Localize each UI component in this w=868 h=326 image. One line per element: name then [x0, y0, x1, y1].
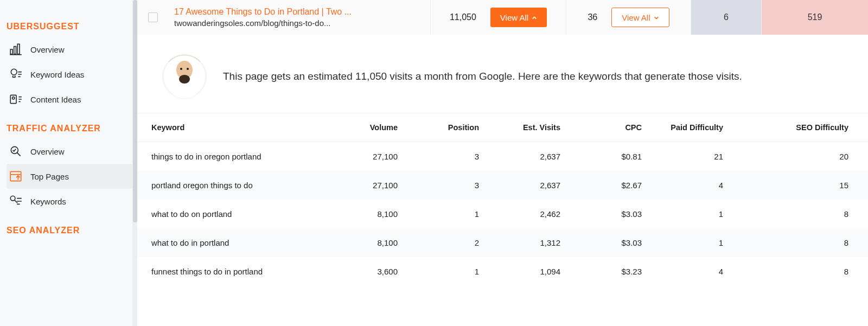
cell-volume: 8,100	[333, 200, 414, 228]
sidebar: UBERSUGGEST Overview Keyword Ideas Conte…	[0, 0, 133, 326]
sidebar-item-content-ideas[interactable]: Content Ideas	[7, 87, 132, 112]
cell-cpc: $3.03	[577, 228, 658, 257]
est-visits-value: 11,050	[450, 12, 476, 22]
page-title-link[interactable]: 17 Awesome Things to Do in Portland | Tw…	[174, 6, 352, 18]
cell-est-visits: 2,637	[495, 142, 577, 171]
sidebar-item-keyword-ideas[interactable]: Keyword Ideas	[7, 62, 132, 87]
svg-point-11	[179, 75, 190, 84]
sidebar-item-label: Content Ideas	[30, 95, 81, 104]
table-row[interactable]: things to do in oregon portland27,10032,…	[137, 142, 868, 171]
cell-paid-difficulty: 21	[658, 142, 739, 171]
col-keyword[interactable]: Keyword	[137, 113, 333, 142]
svg-point-5	[12, 97, 15, 99]
cell-cpc: $3.23	[577, 257, 658, 286]
svg-point-8	[10, 196, 15, 201]
backlinks-value: 36	[588, 12, 597, 22]
avatar	[162, 54, 207, 99]
content-icon	[9, 92, 23, 106]
main-content: 17 Awesome Things to Do in Portland | Tw…	[137, 0, 868, 326]
cell-volume: 8,100	[333, 228, 414, 257]
facebook-shares-value: 6	[724, 12, 729, 22]
sidebar-item-top-pages[interactable]: Top Pages	[7, 164, 132, 189]
col-volume[interactable]: Volume	[333, 113, 414, 142]
section-title-ubersuggest: UBERSUGGEST	[7, 22, 132, 31]
svg-point-13	[187, 68, 189, 70]
analytics-icon	[9, 144, 23, 158]
cell-est-visits: 1,312	[495, 228, 577, 257]
cell-seo-difficulty: 8	[739, 228, 868, 257]
svg-rect-7	[10, 171, 21, 181]
keywords-icon	[9, 194, 23, 208]
cell-seo-difficulty: 8	[739, 257, 868, 286]
cell-cpc: $3.03	[577, 200, 658, 228]
cell-volume: 3,600	[333, 257, 414, 286]
keyword-table-body: things to do in oregon portland27,10032,…	[137, 142, 868, 286]
cell-keyword: what to do on portland	[137, 200, 333, 228]
sidebar-item-label: Overview	[30, 147, 65, 156]
insight-message-text: This page gets an estimated 11,050 visit…	[223, 68, 742, 84]
col-paid-difficulty[interactable]: Paid Difficulty	[658, 113, 739, 142]
chevron-down-icon	[654, 13, 659, 22]
cell-position: 1	[414, 257, 495, 286]
table-row[interactable]: what to do on portland8,10012,462$3.0318	[137, 200, 868, 228]
pinterest-shares-cell: 519	[761, 0, 868, 35]
cell-volume: 27,100	[333, 142, 414, 171]
select-page-checkbox[interactable]	[148, 12, 158, 22]
pinterest-shares-value: 519	[808, 12, 822, 22]
cell-cpc: $0.81	[577, 142, 658, 171]
table-row[interactable]: portland oregon things to do27,10032,637…	[137, 171, 868, 200]
cell-position: 1	[414, 200, 495, 228]
cell-keyword: what to do in portland	[137, 228, 333, 257]
top-pages-icon	[9, 169, 23, 183]
page-url: twowanderingsoles.com/blog/things-to-do.…	[174, 18, 352, 29]
svg-point-3	[11, 69, 17, 75]
section-title-traffic-analyzer: TRAFFIC ANALYZER	[7, 124, 132, 133]
view-all-backlinks-button[interactable]: View All	[611, 8, 669, 27]
svg-point-12	[180, 68, 182, 70]
cell-cpc: $2.67	[577, 171, 658, 200]
col-cpc[interactable]: CPC	[577, 113, 658, 142]
cell-est-visits: 2,637	[495, 171, 577, 200]
sidebar-item-traffic-overview[interactable]: Overview	[7, 139, 132, 164]
svg-rect-0	[10, 49, 12, 54]
sidebar-item-overview[interactable]: Overview	[7, 37, 132, 62]
col-position[interactable]: Position	[414, 113, 495, 142]
est-visits-cell: 11,050 View All	[430, 0, 566, 35]
cell-seo-difficulty: 15	[739, 171, 868, 200]
section-title-seo-analyzer: SEO ANALYZER	[7, 226, 132, 235]
scrollbar-track[interactable]	[133, 0, 137, 326]
backlinks-cell: 36 View All	[566, 0, 691, 35]
cell-keyword: funnest things to do in portland	[137, 257, 333, 286]
sidebar-item-label: Overview	[30, 45, 65, 54]
page-info-cell: 17 Awesome Things to Do in Portland | Tw…	[137, 0, 430, 35]
sidebar-item-label: Keywords	[30, 197, 66, 206]
button-label: View All	[500, 13, 528, 22]
cell-paid-difficulty: 4	[658, 257, 739, 286]
bar-chart-icon	[9, 42, 23, 56]
cell-seo-difficulty: 8	[739, 200, 868, 228]
table-row[interactable]: what to do in portland8,10021,312$3.0318	[137, 228, 868, 257]
facebook-shares-cell: 6	[691, 0, 761, 35]
cell-keyword: things to do in oregon portland	[137, 142, 333, 171]
scrollbar-thumb[interactable]	[133, 0, 137, 222]
insight-message-row: This page gets an estimated 11,050 visit…	[137, 35, 868, 113]
cell-paid-difficulty: 1	[658, 228, 739, 257]
table-row[interactable]: funnest things to do in portland3,60011,…	[137, 257, 868, 286]
sidebar-item-label: Top Pages	[30, 172, 69, 181]
sidebar-item-keywords[interactable]: Keywords	[7, 189, 132, 214]
chevron-up-icon	[532, 13, 537, 22]
sidebar-item-label: Keyword Ideas	[30, 70, 84, 79]
view-all-keywords-button[interactable]: View All	[490, 8, 547, 27]
col-est-visits[interactable]: Est. Visits	[495, 113, 577, 142]
cell-paid-difficulty: 1	[658, 200, 739, 228]
cell-est-visits: 2,462	[495, 200, 577, 228]
button-label: View All	[622, 13, 650, 22]
cell-paid-difficulty: 4	[658, 171, 739, 200]
cell-position: 3	[414, 171, 495, 200]
col-seo-difficulty[interactable]: SEO Difficulty	[739, 113, 868, 142]
keyword-table: Keyword Volume Position Est. Visits CPC …	[137, 113, 868, 286]
lightbulb-icon	[9, 67, 23, 81]
svg-rect-1	[14, 47, 16, 54]
cell-keyword: portland oregon things to do	[137, 171, 333, 200]
cell-est-visits: 1,094	[495, 257, 577, 286]
